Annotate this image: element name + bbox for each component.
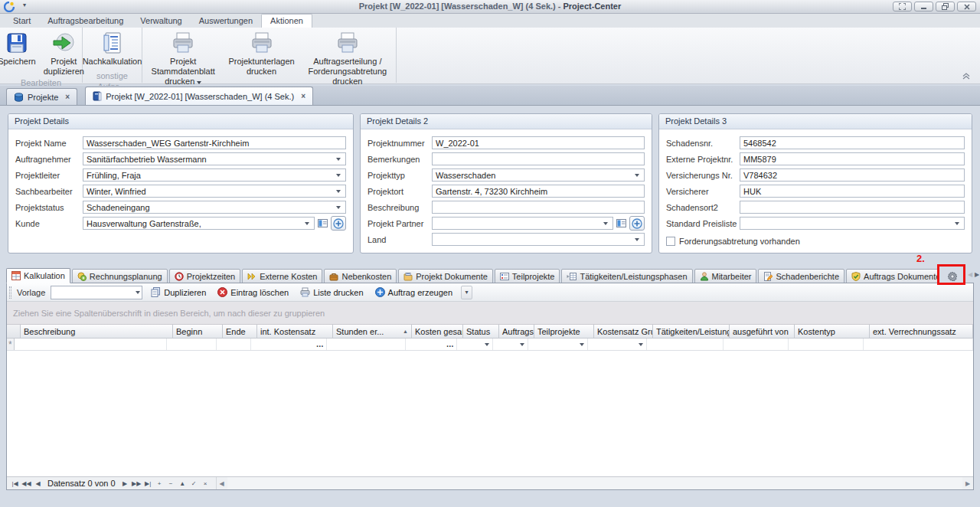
speichern-button[interactable]: Speichern — [0, 30, 39, 67]
ellipsis-editor-icon[interactable]: … — [316, 340, 325, 348]
tab-externe-kosten[interactable]: Externe Kosten — [242, 269, 322, 283]
auftrag-erzeugen-button[interactable]: Auftrag erzeugen — [372, 286, 456, 298]
ellipsis-editor-icon[interactable]: … — [446, 340, 455, 348]
dropdown-arrow-icon[interactable] — [134, 286, 142, 299]
column-header-auftragss[interactable]: Auftragss... — [499, 325, 534, 338]
nav-prev-page-button[interactable]: ◀◀ — [21, 480, 32, 487]
dropdown-arrow-icon[interactable] — [303, 218, 311, 229]
column-header-status[interactable]: Status — [463, 325, 499, 338]
doc-tab-projekte[interactable]: Projekte × — [6, 88, 77, 105]
dropdown-arrow-icon[interactable] — [633, 169, 641, 181]
new-row-cell[interactable] — [217, 339, 251, 350]
ribbon-tab-verwaltung[interactable]: Verwaltung — [132, 15, 190, 28]
fullscreen-button[interactable] — [893, 2, 912, 11]
auftragserteilung-drucken-button[interactable]: Auftragserteilung / Forderungsabtretung … — [299, 30, 396, 87]
projekttyp-select[interactable]: Wasserschaden — [432, 168, 645, 182]
new-row-cell[interactable]: … — [406, 339, 457, 350]
close-tab-icon[interactable]: × — [301, 92, 305, 100]
tab-schadenberichte[interactable]: Schadenberichte — [758, 269, 844, 283]
tab-auftrags-dokumente[interactable]: Auftrags Dokumente — [846, 269, 937, 283]
dropdown-arrow-icon[interactable] — [953, 218, 961, 229]
new-row-cell[interactable] — [528, 339, 588, 350]
schadensort2-field[interactable] — [740, 201, 965, 214]
new-row-cell[interactable] — [457, 339, 493, 350]
duplizieren-button[interactable]: Duplizieren — [148, 286, 209, 298]
add-projekt-partner-button[interactable] — [629, 216, 645, 231]
dropdown-arrow-icon[interactable] — [578, 339, 586, 350]
column-header-ausgefuehrt-von[interactable]: ausgeführt von — [730, 325, 795, 338]
new-row-cell[interactable] — [167, 339, 217, 350]
projekt-partner-lookup[interactable] — [432, 217, 613, 230]
schadensnr-field[interactable]: 5468542 — [740, 136, 965, 149]
standard-preisliste-select[interactable] — [740, 217, 965, 230]
nachkalkulation-button[interactable]: Nachkalkulation — [80, 30, 145, 67]
toolbar-grip[interactable] — [9, 286, 11, 299]
ribbon-tab-auftragsbearbeitung[interactable]: Auftragsbearbeitung — [39, 15, 132, 28]
nav-cancel-button[interactable]: × — [200, 480, 211, 487]
new-row-cell[interactable]: … — [251, 339, 327, 350]
group-by-panel[interactable]: Ziehen Sie eine Spaltenüberschrift in di… — [7, 302, 973, 325]
column-header-beschreibung[interactable]: Beschreibung — [21, 325, 173, 338]
projektnummer-field[interactable]: W_2022-01 — [432, 136, 645, 149]
tab-kalkulation[interactable]: Kalkulation — [6, 268, 70, 283]
nav-delete-button[interactable]: − — [165, 480, 177, 487]
nav-first-button[interactable]: |◀ — [9, 480, 21, 487]
stammdatenblatt-drucken-button[interactable]: Projekt Stammdatenblatt drucken — [142, 30, 224, 87]
versicherer-field[interactable]: HUK — [740, 185, 965, 198]
tab-rechnungsplanung[interactable]: Rechnungsplanung — [72, 269, 168, 283]
dropdown-arrow-icon[interactable] — [335, 185, 342, 197]
ribbon-tab-auswertungen[interactable]: Auswertungen — [191, 15, 261, 28]
dropdown-arrow-icon[interactable] — [335, 153, 342, 165]
nav-prev-button[interactable]: ◀ — [32, 480, 44, 487]
projektort-field[interactable]: Gartenstr. 4, 73230 Kirchheim — [432, 185, 645, 198]
new-row-cell[interactable] — [647, 339, 724, 350]
tab-scroll-next-icon[interactable]: ▶ — [975, 271, 979, 278]
horizontal-scrollbar[interactable]: ◀ ▶ — [216, 477, 973, 489]
column-header-ende[interactable]: Ende — [223, 325, 257, 338]
externe-projektnr-field[interactable]: MM5879 — [740, 152, 965, 165]
open-contact-card-icon[interactable] — [616, 219, 627, 227]
auftragnehmer-select[interactable]: Sanitärfachbetrieb Wassermann — [83, 152, 346, 165]
dropdown-arrow-icon[interactable] — [633, 234, 641, 245]
column-header-beginn[interactable]: Beginn — [173, 325, 223, 338]
column-header-stunden[interactable]: Stunden er...▲ — [333, 325, 412, 338]
vorlage-combobox[interactable] — [51, 286, 142, 299]
kunde-lookup[interactable]: Hausverwaltung Gartenstraße, — [83, 217, 315, 230]
ribbon-tab-aktionen[interactable]: Aktionen — [261, 14, 312, 28]
new-row-cell[interactable] — [327, 339, 406, 350]
column-header-teilprojekte[interactable]: Teilprojekte — [534, 325, 594, 338]
ribbon-tab-start[interactable]: Start — [5, 15, 39, 28]
column-header-int-kostensatz[interactable]: int. Kostensatz — [257, 325, 333, 338]
projektleiter-select[interactable]: Frühling, Fraja — [83, 168, 346, 182]
dropdown-arrow-icon[interactable] — [335, 169, 342, 181]
tab-nebenkosten[interactable]: Nebenkosten — [324, 269, 397, 283]
new-row-cell[interactable] — [724, 339, 789, 350]
collapse-ribbon-icon[interactable] — [962, 73, 971, 80]
eintrag-loeschen-button[interactable]: Eintrag löschen — [214, 286, 292, 298]
tab-teilprojekte[interactable]: Teilprojekte — [495, 269, 560, 283]
forderungsabtretung-checkbox[interactable] — [666, 237, 675, 246]
projekt-name-field[interactable]: Wasserschaden_WEG Gartenstr-Kirchheim — [83, 136, 346, 149]
add-kunde-button[interactable] — [331, 216, 346, 231]
scroll-right-icon[interactable]: ▶ — [962, 480, 973, 487]
versicherungs-nr-field[interactable]: V784632 — [740, 168, 965, 182]
sachbearbeiter-select[interactable]: Winter, Winfried — [83, 185, 346, 198]
tab-scroll-prev-icon[interactable]: ◀ — [968, 271, 972, 278]
beschreibung-field[interactable] — [432, 201, 645, 214]
new-row-cell[interactable] — [789, 339, 864, 350]
doc-tab-projekt-detail[interactable]: Projekt [W_2022-01] [Wasserschaden_W] (4… — [85, 87, 313, 105]
nav-edit-button[interactable]: ▲ — [177, 480, 188, 487]
column-header-kostentyp[interactable]: Kostentyp — [795, 325, 870, 338]
liste-drucken-button[interactable]: Liste drucken — [297, 286, 366, 298]
column-header-kosten-gesamt[interactable]: Kosten gesamt — [412, 325, 463, 338]
column-header-taetigkeiten[interactable]: Tätigkeiten/Leistung... — [653, 325, 730, 338]
column-header-kostensatz-gruppe[interactable]: Kostensatz Grup... — [594, 325, 653, 338]
nav-append-button[interactable]: + — [154, 480, 165, 487]
close-tab-icon[interactable]: × — [65, 93, 70, 101]
land-select[interactable] — [432, 233, 645, 246]
open-contact-card-icon[interactable] — [317, 219, 328, 227]
new-row-cell[interactable] — [588, 339, 647, 350]
tab-projektzeiten[interactable]: Projektzeiten — [169, 269, 241, 283]
projektunterlagen-drucken-button[interactable]: Projektunterlagen drucken — [225, 30, 297, 77]
grid-body[interactable] — [7, 351, 973, 476]
